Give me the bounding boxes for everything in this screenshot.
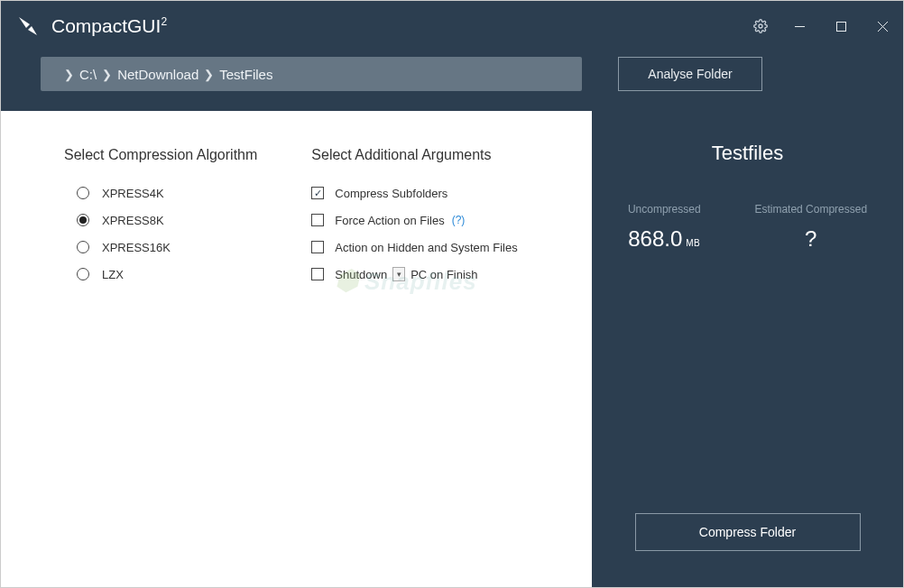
- chevron-right-icon: ❯: [102, 68, 112, 81]
- shutdown-mode-dropdown[interactable]: ▾: [392, 267, 405, 281]
- maximize-button[interactable]: [820, 1, 862, 51]
- algo-lzx[interactable]: LZX: [77, 261, 257, 288]
- stat-estimated: Estimated Compressed ?: [754, 203, 867, 252]
- minimize-button[interactable]: [779, 1, 820, 51]
- pathbar: ❯ C:\ ❯ NetDownload ❯ TestFiles Analyse …: [1, 51, 903, 111]
- help-link[interactable]: (?): [452, 214, 466, 226]
- breadcrumb-segment: TestFiles: [219, 67, 272, 82]
- compress-folder-label: Compress Folder: [699, 525, 796, 539]
- chevron-right-icon: ❯: [204, 68, 214, 81]
- app-title-sup: 2: [161, 15, 167, 28]
- app-title-text: CompactGUI: [51, 15, 161, 36]
- stat-label: Uncompressed: [628, 203, 701, 216]
- settings-button[interactable]: [743, 1, 779, 51]
- radio-icon: [77, 268, 89, 280]
- svg-marker-1: [28, 26, 37, 35]
- checkbox-icon: [311, 268, 324, 280]
- arg-hidden-system[interactable]: Action on Hidden and System Files: [311, 234, 517, 261]
- algo-label: LZX: [102, 268, 124, 281]
- compress-folder-button[interactable]: Compress Folder: [635, 513, 861, 551]
- svg-point-2: [759, 24, 762, 28]
- breadcrumb-segment: C:\: [79, 67, 97, 82]
- algorithm-heading: Select Compression Algorithm: [64, 147, 257, 163]
- checkbox-icon: [311, 187, 324, 199]
- svg-marker-0: [19, 17, 30, 28]
- checkbox-icon: [311, 214, 324, 226]
- chevron-right-icon: ❯: [64, 68, 74, 81]
- arg-shutdown[interactable]: Shutdown ▾ PC on Finish: [311, 261, 517, 288]
- radio-icon: [77, 187, 89, 199]
- arg-label: Force Action on Files: [335, 214, 444, 227]
- stat-unit: MB: [686, 238, 700, 248]
- arg-label: Compress Subfolders: [335, 187, 447, 200]
- arguments-column: Select Additional Arguments Compress Sub…: [311, 147, 517, 587]
- options-pane: Select Compression Algorithm XPRESS4K XP…: [1, 111, 592, 587]
- analyse-folder-button[interactable]: Analyse Folder: [618, 57, 762, 91]
- arg-label: Shutdown: [335, 268, 387, 281]
- stat-label: Estimated Compressed: [754, 203, 867, 216]
- algo-xpress8k[interactable]: XPRESS8K: [77, 207, 257, 234]
- analyse-folder-label: Analyse Folder: [648, 67, 732, 81]
- arg-label-suffix: PC on Finish: [410, 268, 477, 281]
- titlebar: CompactGUI2: [1, 1, 903, 51]
- algo-label: XPRESS8K: [102, 214, 164, 227]
- radio-icon: [77, 241, 89, 253]
- arg-label: Action on Hidden and System Files: [335, 241, 517, 254]
- arg-compress-subfolders[interactable]: Compress Subfolders: [311, 179, 517, 207]
- svg-rect-4: [836, 22, 845, 31]
- algorithm-column: Select Compression Algorithm XPRESS4K XP…: [64, 147, 257, 587]
- checkbox-icon: [311, 241, 324, 253]
- algo-xpress4k[interactable]: XPRESS4K: [77, 179, 257, 207]
- app-title: CompactGUI2: [51, 15, 167, 37]
- radio-icon: [77, 214, 89, 226]
- algo-label: XPRESS16K: [102, 241, 171, 254]
- stat-value: ?: [805, 226, 816, 252]
- close-button[interactable]: [862, 1, 903, 51]
- stat-uncompressed: Uncompressed 868.0MB: [628, 203, 701, 252]
- summary-title: Testfiles: [712, 142, 783, 165]
- stats-row: Uncompressed 868.0MB Estimated Compresse…: [592, 203, 903, 252]
- breadcrumb[interactable]: ❯ C:\ ❯ NetDownload ❯ TestFiles: [41, 57, 582, 91]
- app-logo-icon: [17, 15, 39, 37]
- body: Select Compression Algorithm XPRESS4K XP…: [1, 111, 903, 587]
- stat-value: 868.0MB: [628, 226, 700, 252]
- arg-force-action[interactable]: Force Action on Files(?): [311, 207, 517, 234]
- breadcrumb-segment: NetDownload: [117, 67, 198, 82]
- arguments-heading: Select Additional Arguments: [311, 147, 517, 163]
- algo-xpress16k[interactable]: XPRESS16K: [77, 234, 257, 261]
- app-window: CompactGUI2 ❯ C:\ ❯ NetDownload ❯ TestFi…: [0, 0, 904, 588]
- algo-label: XPRESS4K: [102, 187, 164, 200]
- summary-pane: Testfiles Uncompressed 868.0MB Estimated…: [592, 111, 903, 587]
